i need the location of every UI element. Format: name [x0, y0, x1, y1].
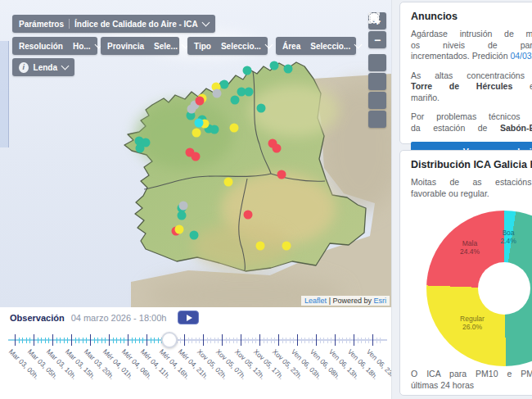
station-marker[interactable] — [190, 231, 199, 240]
minor-tick — [293, 338, 294, 343]
announcement-text: da estación de Sabón-Embalse. Desc — [411, 123, 532, 134]
prediction-date-link[interactable]: 04/03/2026 — [510, 51, 532, 61]
provincia-value: Sele... — [154, 42, 178, 51]
station-marker[interactable] — [192, 152, 201, 161]
minor-tick — [327, 338, 328, 343]
minor-tick — [218, 338, 219, 343]
announcement-paragraph-2: As altas concentracións de partículas To… — [411, 70, 532, 104]
station-marker[interactable] — [220, 80, 229, 89]
station-marker[interactable] — [244, 211, 253, 220]
major-tick — [203, 334, 205, 346]
observation-datetime: 04 marzo 2026 - 18:00h — [71, 313, 167, 323]
minor-tick — [274, 338, 275, 343]
minor-tick — [237, 338, 237, 343]
area-dropdown[interactable]: Área Seleccio... — [276, 37, 356, 55]
station-marker[interactable] — [179, 202, 188, 211]
minor-tick — [255, 338, 256, 343]
fullscreen-button[interactable] — [368, 111, 386, 128]
minor-tick — [45, 338, 46, 343]
announcement-text: Agárdase intrusión de masas de aire — [411, 29, 532, 40]
info-button[interactable] — [368, 73, 386, 90]
station-marker[interactable] — [195, 119, 204, 128]
minor-tick — [233, 338, 234, 343]
major-tick — [222, 334, 223, 346]
distribution-footer-text: O ICA para PM10 e PM2,5 é o resul — [411, 369, 532, 380]
parametros-dropdown[interactable]: Parámetros Índice de Calidade do Aire - … — [12, 15, 215, 33]
announcement-text: os niveis de partículas (PM) — [411, 40, 532, 52]
minor-tick — [214, 338, 215, 343]
leaflet-link[interactable]: Leaflet — [304, 297, 327, 305]
minor-tick — [196, 338, 196, 343]
minor-tick — [64, 338, 65, 343]
app-root: Parámetros Índice de Calidade do Aire - … — [0, 0, 532, 399]
minor-tick — [101, 338, 102, 343]
station-marker[interactable] — [175, 225, 184, 234]
distribution-title: Distribución ICA Galicia horaria — [411, 159, 532, 170]
minor-tick — [132, 338, 133, 343]
station-marker[interactable] — [270, 61, 279, 70]
minor-tick — [286, 338, 286, 343]
station-marker[interactable] — [256, 242, 265, 251]
home-button[interactable] — [368, 54, 386, 71]
observation-label: Observación — [10, 313, 65, 323]
play-icon — [187, 315, 192, 321]
zoom-out-button[interactable]: − — [368, 31, 386, 48]
time-slider-handle[interactable] — [161, 332, 178, 348]
station-marker[interactable] — [136, 144, 145, 153]
minor-tick — [207, 338, 208, 343]
minor-tick — [158, 338, 159, 343]
major-tick — [335, 334, 336, 346]
play-button[interactable] — [178, 311, 199, 324]
right-panel: Anuncios Agárdase intrusión de masas de … — [391, 0, 532, 399]
minor-tick — [210, 338, 211, 343]
announcement-text: mariño. — [411, 93, 532, 104]
station-marker[interactable] — [187, 105, 196, 114]
station-marker[interactable] — [213, 89, 222, 98]
announcements-card: Anuncios Agárdase intrusión de masas de … — [399, 2, 532, 144]
major-tick — [278, 334, 280, 346]
info-circle-icon: i — [19, 62, 29, 73]
announcement-paragraph-3: Por problemas técnicos non se pode da es… — [411, 111, 532, 134]
esri-link[interactable]: Esri — [374, 297, 387, 305]
station-marker[interactable] — [230, 124, 239, 133]
station-marker[interactable] — [282, 242, 291, 251]
minor-tick — [48, 338, 49, 343]
minor-tick — [116, 338, 117, 343]
station-marker[interactable] — [224, 178, 233, 187]
minor-tick — [226, 338, 227, 343]
leaflet-map[interactable]: Parámetros Índice de Calidade do Aire - … — [0, 0, 391, 307]
lenda-dropdown[interactable]: i Lenda — [12, 58, 74, 76]
provincia-dropdown[interactable]: Provincia Sele... — [101, 37, 179, 55]
station-marker[interactable] — [273, 144, 282, 153]
station-marker[interactable] — [257, 104, 266, 113]
minor-tick — [199, 338, 200, 343]
area-label: Área — [282, 42, 300, 51]
minor-tick — [245, 338, 246, 343]
minor-tick — [113, 338, 114, 343]
minor-tick — [365, 338, 366, 343]
minor-tick — [368, 338, 369, 343]
minor-tick — [361, 338, 362, 343]
time-slider: Mar 03, 00h.Mar 03, 05h.Mar 03, 10h.Mar … — [0, 328, 391, 399]
station-marker[interactable] — [196, 97, 205, 106]
resolucion-value: Ho... — [73, 42, 91, 51]
station-marker[interactable] — [192, 129, 201, 138]
minor-tick — [346, 338, 347, 343]
station-marker[interactable] — [284, 65, 293, 74]
minor-tick — [154, 338, 155, 343]
station-marker[interactable] — [178, 211, 187, 220]
station-marker[interactable] — [245, 88, 254, 97]
tipo-dropdown[interactable]: Tipo Seleccio... — [187, 37, 268, 55]
resolucion-dropdown[interactable]: Resolución Ho... — [12, 37, 97, 55]
station-marker[interactable] — [231, 96, 240, 105]
announcement-text: As altas concentracións de partículas — [411, 70, 532, 82]
minor-tick — [376, 338, 377, 343]
station-marker[interactable] — [243, 66, 252, 75]
station-marker[interactable] — [210, 125, 219, 134]
station-marker[interactable] — [277, 170, 286, 179]
parametros-label: Parámetros — [19, 20, 64, 29]
major-tick — [184, 334, 186, 346]
layers-button[interactable] — [368, 92, 386, 109]
minor-tick — [124, 338, 124, 343]
distribution-card: Distribución ICA Galicia horaria Moitas … — [399, 150, 532, 396]
